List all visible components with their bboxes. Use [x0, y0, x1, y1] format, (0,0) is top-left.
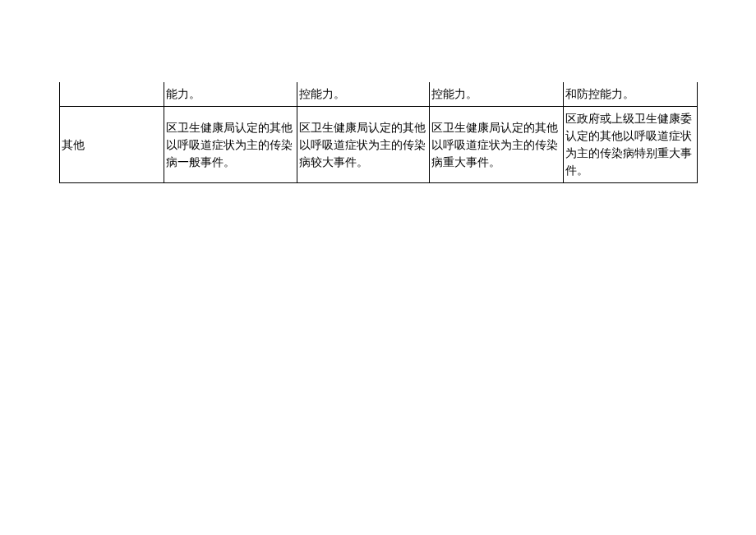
table-row: 其他 区卫生健康局认定的其他以呼吸道症状为主的传染病一般事件。 区卫生健康局认定…: [60, 107, 698, 183]
cell-r2-c1: 其他: [60, 107, 164, 183]
cell-r1-c3: 控能力。: [297, 82, 430, 107]
table-row: 能力。 控能力。 控能力。 和防控能力。: [60, 82, 698, 107]
cell-r1-c1: [60, 82, 164, 107]
cell-r1-c5: 和防控能力。: [564, 82, 698, 107]
cell-r1-c4: 控能力。: [430, 82, 564, 107]
cell-r2-c4: 区卫生健康局认定的其他以呼吸道症状为主的传染病重大事件。: [430, 107, 564, 183]
cell-r2-c5: 区政府或上级卫生健康委认定的其他以呼吸道症状为主的传染病特别重大事件。: [564, 107, 698, 183]
cell-r2-c2: 区卫生健康局认定的其他以呼吸道症状为主的传染病一般事件。: [164, 107, 297, 183]
cell-r2-c3: 区卫生健康局认定的其他以呼吸道症状为主的传染病较大事件。: [297, 107, 430, 183]
cell-r1-c2: 能力。: [164, 82, 297, 107]
document-table: 能力。 控能力。 控能力。 和防控能力。 其他 区卫生健康局认定的其他以呼吸道症…: [59, 82, 698, 183]
